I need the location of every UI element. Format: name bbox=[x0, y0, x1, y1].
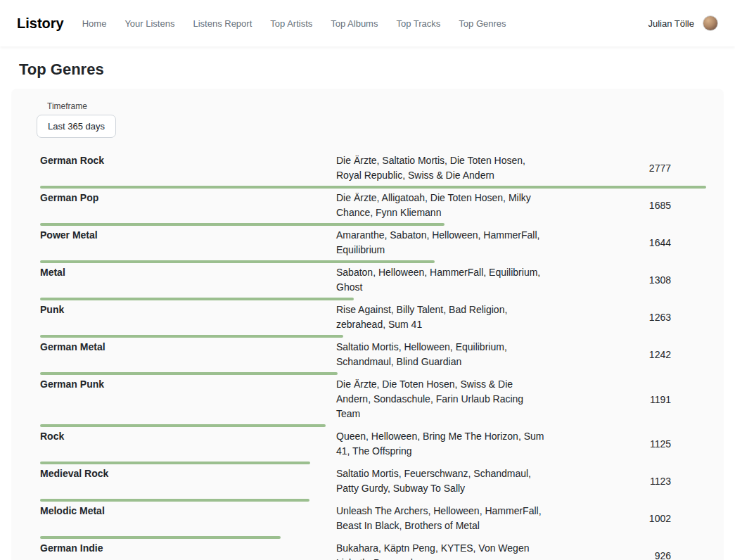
genre-bar-fill bbox=[40, 186, 706, 189]
genre-row: Melodic Metal Unleash The Archers, Hello… bbox=[37, 504, 706, 539]
genre-bar-track bbox=[40, 462, 706, 464]
genre-count: 1685 bbox=[547, 200, 706, 211]
genre-count: 1242 bbox=[547, 349, 706, 360]
genre-name: German Punk bbox=[40, 377, 336, 392]
nav-item-top-artists[interactable]: Top Artists bbox=[270, 18, 312, 29]
genre-row: German Metal Saltatio Mortis, Helloween,… bbox=[37, 340, 706, 375]
genre-artists: Unleash The Archers, Helloween, HammerFa… bbox=[336, 504, 547, 533]
timeframe-filter: Timeframe Last 365 days bbox=[37, 101, 706, 138]
genre-row-content: German Metal Saltatio Mortis, Helloween,… bbox=[37, 340, 706, 369]
user-name: Julian Tölle bbox=[648, 18, 694, 29]
genre-row: German Indie Bukahara, Käptn Peng, KYTES… bbox=[37, 541, 706, 560]
genre-bar-track bbox=[40, 223, 706, 226]
top-nav: Listory HomeYour ListensListens ReportTo… bbox=[0, 0, 735, 46]
genre-bar-track bbox=[40, 186, 706, 189]
timeframe-label: Timeframe bbox=[47, 101, 706, 111]
genre-count: 926 bbox=[547, 550, 706, 560]
app-logo[interactable]: Listory bbox=[17, 15, 64, 32]
genre-bar-fill bbox=[40, 499, 309, 502]
page-title: Top Genres bbox=[19, 61, 724, 79]
genre-row-content: German Rock Die Ärzte, Saltatio Mortis, … bbox=[37, 153, 706, 183]
genre-count: 1263 bbox=[547, 312, 706, 323]
genre-count: 1191 bbox=[547, 394, 706, 405]
genre-name: German Rock bbox=[40, 153, 336, 168]
genre-artists: Amaranthe, Sabaton, Helloween, HammerFal… bbox=[336, 228, 547, 257]
genre-artists: Die Ärzte, Die Toten Hosen, Swiss & Die … bbox=[336, 377, 547, 421]
genre-name: Melodic Metal bbox=[40, 504, 336, 518]
genre-bar-track bbox=[40, 335, 706, 338]
genre-bar-fill bbox=[40, 424, 326, 427]
main-nav: HomeYour ListensListens ReportTop Artist… bbox=[82, 18, 506, 29]
genre-bar-track bbox=[40, 499, 706, 502]
genre-bar-fill bbox=[40, 335, 343, 338]
genre-count: 1002 bbox=[547, 513, 706, 524]
genre-row-content: Punk Rise Against, Billy Talent, Bad Rel… bbox=[37, 303, 706, 332]
genre-count: 1644 bbox=[547, 237, 706, 248]
genre-artists: Sabaton, Helloween, HammerFall, Equilibr… bbox=[336, 265, 547, 295]
genre-bar-fill bbox=[40, 298, 354, 300]
genre-artists: Die Ärzte, Alligatoah, Die Toten Hosen, … bbox=[336, 191, 547, 220]
genre-name: Medieval Rock bbox=[40, 466, 336, 481]
genre-row-content: Melodic Metal Unleash The Archers, Hello… bbox=[37, 504, 706, 533]
nav-item-listens-report[interactable]: Listens Report bbox=[193, 18, 252, 29]
genre-count: 1123 bbox=[547, 476, 706, 487]
genre-bar-fill bbox=[40, 462, 310, 464]
nav-item-top-albums[interactable]: Top Albums bbox=[331, 18, 378, 29]
genre-count: 1125 bbox=[547, 438, 706, 450]
genre-row-content: German Punk Die Ärzte, Die Toten Hosen, … bbox=[37, 377, 706, 421]
genre-artists: Saltatio Mortis, Feuerschwanz, Schandmau… bbox=[336, 466, 547, 496]
genre-count: 2777 bbox=[547, 163, 706, 174]
genre-bar-fill bbox=[40, 223, 445, 226]
genre-row: Medieval Rock Saltatio Mortis, Feuerschw… bbox=[37, 466, 706, 502]
genre-row-content: Medieval Rock Saltatio Mortis, Feuerschw… bbox=[37, 466, 706, 496]
genre-row: German Punk Die Ärzte, Die Toten Hosen, … bbox=[37, 377, 706, 427]
genre-count: 1308 bbox=[547, 274, 706, 286]
user-menu[interactable]: Julian Tölle bbox=[648, 15, 718, 31]
genre-row-content: German Indie Bukahara, Käptn Peng, KYTES… bbox=[37, 541, 706, 560]
genre-artists: Saltatio Mortis, Helloween, Equilibrium,… bbox=[336, 340, 547, 369]
genre-artists: Bukahara, Käptn Peng, KYTES, Von Wegen L… bbox=[336, 541, 547, 560]
genre-row: German Pop Die Ärzte, Alligatoah, Die To… bbox=[37, 191, 706, 226]
genre-name: Rock bbox=[40, 429, 336, 444]
genre-bar-track bbox=[40, 536, 706, 539]
genre-row-content: Rock Queen, Helloween, Bring Me The Hori… bbox=[37, 429, 706, 459]
genre-name: German Pop bbox=[40, 191, 336, 205]
genre-name: Punk bbox=[40, 303, 336, 317]
genre-row: Rock Queen, Helloween, Bring Me The Hori… bbox=[37, 429, 706, 464]
genre-artists: Queen, Helloween, Bring Me The Horizon, … bbox=[336, 429, 547, 459]
genre-row: Power Metal Amaranthe, Sabaton, Hellowee… bbox=[37, 228, 706, 263]
user-avatar[interactable] bbox=[703, 15, 718, 31]
genre-row-content: Metal Sabaton, Helloween, HammerFall, Eq… bbox=[37, 265, 706, 295]
genre-bar-fill bbox=[40, 536, 281, 539]
timeframe-select[interactable]: Last 365 days bbox=[37, 115, 116, 138]
nav-item-home[interactable]: Home bbox=[82, 18, 107, 29]
page-content: Top Genres Timeframe Last 365 days Germa… bbox=[0, 61, 735, 560]
genre-table-body: German Rock Die Ärzte, Saltatio Mortis, … bbox=[37, 153, 706, 560]
nav-item-your-listens[interactable]: Your Listens bbox=[124, 18, 174, 29]
genre-row-content: German Pop Die Ärzte, Alligatoah, Die To… bbox=[37, 191, 706, 220]
genre-name: German Indie bbox=[40, 541, 336, 556]
genre-bar-track bbox=[40, 424, 706, 427]
genre-row: German Rock Die Ärzte, Saltatio Mortis, … bbox=[37, 153, 706, 189]
genre-row: Metal Sabaton, Helloween, HammerFall, Eq… bbox=[37, 265, 706, 300]
top-genres-card: Timeframe Last 365 days German Rock Die … bbox=[11, 89, 724, 560]
genre-row: Punk Rise Against, Billy Talent, Bad Rel… bbox=[37, 303, 706, 338]
genre-bar-track bbox=[40, 372, 706, 375]
genre-bar-track bbox=[40, 298, 706, 300]
genre-bar-fill bbox=[40, 260, 435, 263]
genre-name: Metal bbox=[40, 265, 336, 280]
genre-artists: Rise Against, Billy Talent, Bad Religion… bbox=[336, 303, 547, 332]
genre-name: German Metal bbox=[40, 340, 336, 355]
nav-item-top-tracks[interactable]: Top Tracks bbox=[396, 18, 440, 29]
nav-item-top-genres[interactable]: Top Genres bbox=[459, 18, 506, 29]
genre-bar-fill bbox=[40, 372, 338, 375]
genre-bar-track bbox=[40, 260, 706, 263]
genre-row-content: Power Metal Amaranthe, Sabaton, Hellowee… bbox=[37, 228, 706, 257]
genre-artists: Die Ärzte, Saltatio Mortis, Die Toten Ho… bbox=[336, 153, 547, 183]
genre-name: Power Metal bbox=[40, 228, 336, 243]
